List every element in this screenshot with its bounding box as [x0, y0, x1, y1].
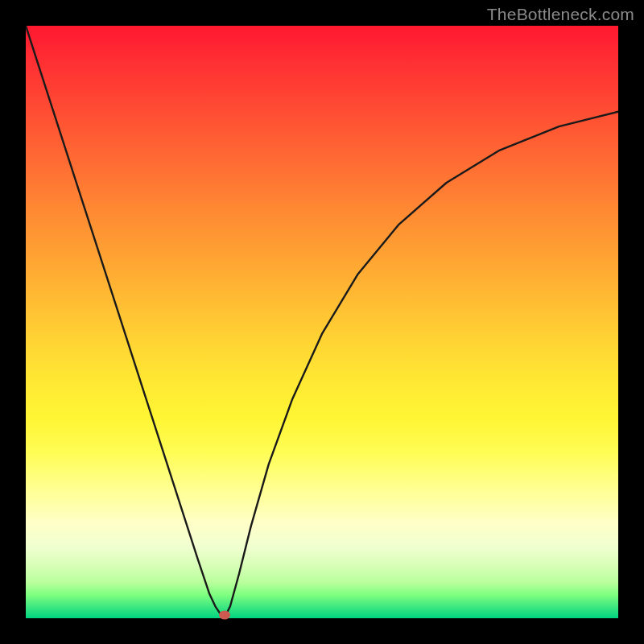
optimum-marker [219, 611, 230, 620]
watermark-text: TheBottleneck.com [487, 5, 634, 24]
chart-frame: TheBottleneck.com [0, 0, 644, 644]
bottleneck-curve [26, 26, 618, 618]
chart-plot-area [26, 26, 618, 618]
